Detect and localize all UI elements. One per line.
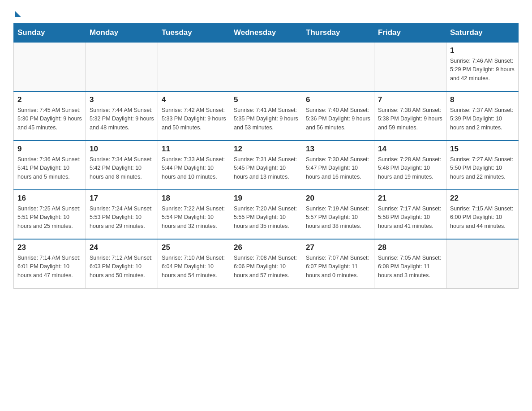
calendar-cell: 5Sunrise: 7:41 AM Sunset: 5:35 PM Daylig… — [230, 91, 302, 141]
day-info: Sunrise: 7:36 AM Sunset: 5:41 PM Dayligh… — [17, 155, 82, 181]
day-info: Sunrise: 7:12 AM Sunset: 6:03 PM Dayligh… — [90, 254, 154, 280]
day-number: 17 — [90, 194, 154, 203]
calendar-cell: 25Sunrise: 7:10 AM Sunset: 6:04 PM Dayli… — [158, 239, 230, 288]
day-number: 5 — [234, 95, 298, 104]
calendar-week-row: 16Sunrise: 7:25 AM Sunset: 5:51 PM Dayli… — [14, 190, 519, 239]
day-info: Sunrise: 7:07 AM Sunset: 6:07 PM Dayligh… — [306, 254, 370, 280]
day-number: 6 — [306, 95, 370, 104]
calendar-week-row: 9Sunrise: 7:36 AM Sunset: 5:41 PM Daylig… — [14, 141, 519, 190]
day-info: Sunrise: 7:08 AM Sunset: 6:06 PM Dayligh… — [234, 254, 298, 280]
day-number: 7 — [378, 95, 442, 104]
day-number: 23 — [17, 243, 82, 252]
calendar-cell: 15Sunrise: 7:27 AM Sunset: 5:50 PM Dayli… — [446, 141, 519, 190]
calendar-cell — [14, 42, 86, 91]
day-info: Sunrise: 7:15 AM Sunset: 6:00 PM Dayligh… — [450, 205, 515, 231]
weekday-header-sunday: Sunday — [14, 24, 86, 43]
calendar-cell: 6Sunrise: 7:40 AM Sunset: 5:36 PM Daylig… — [302, 91, 374, 141]
day-number: 27 — [306, 243, 370, 252]
calendar-week-row: 1Sunrise: 7:46 AM Sunset: 5:29 PM Daylig… — [14, 42, 519, 91]
weekday-header-wednesday: Wednesday — [230, 24, 302, 43]
calendar-cell — [86, 42, 158, 91]
calendar-cell: 7Sunrise: 7:38 AM Sunset: 5:38 PM Daylig… — [374, 91, 446, 141]
calendar-week-row: 2Sunrise: 7:45 AM Sunset: 5:30 PM Daylig… — [14, 91, 519, 141]
calendar-cell: 4Sunrise: 7:42 AM Sunset: 5:33 PM Daylig… — [158, 91, 230, 141]
day-info: Sunrise: 7:41 AM Sunset: 5:35 PM Dayligh… — [234, 106, 298, 132]
calendar-cell: 13Sunrise: 7:30 AM Sunset: 5:47 PM Dayli… — [302, 141, 374, 190]
calendar-cell: 12Sunrise: 7:31 AM Sunset: 5:45 PM Dayli… — [230, 141, 302, 190]
day-info: Sunrise: 7:44 AM Sunset: 5:32 PM Dayligh… — [90, 106, 154, 132]
logo-arrow-icon — [15, 11, 21, 17]
day-info: Sunrise: 7:10 AM Sunset: 6:04 PM Dayligh… — [162, 254, 226, 280]
weekday-header-row: SundayMondayTuesdayWednesdayThursdayFrid… — [14, 24, 519, 43]
calendar-cell: 10Sunrise: 7:34 AM Sunset: 5:42 PM Dayli… — [86, 141, 158, 190]
day-info: Sunrise: 7:28 AM Sunset: 5:48 PM Dayligh… — [378, 155, 442, 181]
calendar-week-row: 23Sunrise: 7:14 AM Sunset: 6:01 PM Dayli… — [14, 239, 519, 288]
day-info: Sunrise: 7:37 AM Sunset: 5:39 PM Dayligh… — [450, 106, 515, 132]
calendar-cell: 3Sunrise: 7:44 AM Sunset: 5:32 PM Daylig… — [86, 91, 158, 141]
calendar-cell — [230, 42, 302, 91]
day-number: 22 — [450, 194, 515, 203]
weekday-header-tuesday: Tuesday — [158, 24, 230, 43]
calendar-cell: 8Sunrise: 7:37 AM Sunset: 5:39 PM Daylig… — [446, 91, 519, 141]
day-number: 26 — [234, 243, 298, 252]
calendar-cell: 14Sunrise: 7:28 AM Sunset: 5:48 PM Dayli… — [374, 141, 446, 190]
day-info: Sunrise: 7:05 AM Sunset: 6:08 PM Dayligh… — [378, 254, 442, 280]
day-info: Sunrise: 7:30 AM Sunset: 5:47 PM Dayligh… — [306, 155, 370, 181]
day-info: Sunrise: 7:34 AM Sunset: 5:42 PM Dayligh… — [90, 155, 154, 181]
day-number: 25 — [162, 243, 226, 252]
calendar-cell: 26Sunrise: 7:08 AM Sunset: 6:06 PM Dayli… — [230, 239, 302, 288]
calendar-cell: 22Sunrise: 7:15 AM Sunset: 6:00 PM Dayli… — [446, 190, 519, 239]
calendar-cell: 11Sunrise: 7:33 AM Sunset: 5:44 PM Dayli… — [158, 141, 230, 190]
day-number: 13 — [306, 145, 370, 154]
day-number: 9 — [17, 145, 82, 154]
day-info: Sunrise: 7:38 AM Sunset: 5:38 PM Dayligh… — [378, 106, 442, 132]
day-info: Sunrise: 7:46 AM Sunset: 5:29 PM Dayligh… — [450, 57, 515, 83]
day-info: Sunrise: 7:20 AM Sunset: 5:55 PM Dayligh… — [234, 205, 298, 231]
day-info: Sunrise: 7:27 AM Sunset: 5:50 PM Dayligh… — [450, 155, 515, 181]
day-number: 21 — [378, 194, 442, 203]
calendar-cell — [374, 42, 446, 91]
day-number: 10 — [90, 145, 154, 154]
day-info: Sunrise: 7:31 AM Sunset: 5:45 PM Dayligh… — [234, 155, 298, 181]
calendar-cell: 24Sunrise: 7:12 AM Sunset: 6:03 PM Dayli… — [86, 239, 158, 288]
calendar-cell: 23Sunrise: 7:14 AM Sunset: 6:01 PM Dayli… — [14, 239, 86, 288]
day-number: 24 — [90, 243, 154, 252]
day-number: 20 — [306, 194, 370, 203]
day-info: Sunrise: 7:33 AM Sunset: 5:44 PM Dayligh… — [162, 155, 226, 181]
calendar-cell: 1Sunrise: 7:46 AM Sunset: 5:29 PM Daylig… — [446, 42, 519, 91]
calendar-cell: 19Sunrise: 7:20 AM Sunset: 5:55 PM Dayli… — [230, 190, 302, 239]
calendar-cell: 9Sunrise: 7:36 AM Sunset: 5:41 PM Daylig… — [14, 141, 86, 190]
day-info: Sunrise: 7:19 AM Sunset: 5:57 PM Dayligh… — [306, 205, 370, 231]
day-info: Sunrise: 7:14 AM Sunset: 6:01 PM Dayligh… — [17, 254, 82, 280]
calendar-cell — [158, 42, 230, 91]
weekday-header-friday: Friday — [374, 24, 446, 43]
day-number: 3 — [90, 95, 154, 104]
day-number: 14 — [378, 145, 442, 154]
day-info: Sunrise: 7:24 AM Sunset: 5:53 PM Dayligh… — [90, 205, 154, 231]
day-number: 1 — [450, 46, 515, 55]
day-number: 19 — [234, 194, 298, 203]
day-number: 8 — [450, 95, 515, 104]
calendar-cell: 16Sunrise: 7:25 AM Sunset: 5:51 PM Dayli… — [14, 190, 86, 239]
day-info: Sunrise: 7:25 AM Sunset: 5:51 PM Dayligh… — [17, 205, 82, 231]
calendar-cell: 28Sunrise: 7:05 AM Sunset: 6:08 PM Dayli… — [374, 239, 446, 288]
day-number: 28 — [378, 243, 442, 252]
day-number: 15 — [450, 145, 515, 154]
day-number: 16 — [17, 194, 82, 203]
calendar-cell — [446, 239, 519, 288]
calendar-cell — [302, 42, 374, 91]
calendar-cell: 20Sunrise: 7:19 AM Sunset: 5:57 PM Dayli… — [302, 190, 374, 239]
page-header — [13, 9, 519, 15]
calendar-cell: 2Sunrise: 7:45 AM Sunset: 5:30 PM Daylig… — [14, 91, 86, 141]
calendar-cell: 27Sunrise: 7:07 AM Sunset: 6:07 PM Dayli… — [302, 239, 374, 288]
day-number: 18 — [162, 194, 226, 203]
day-info: Sunrise: 7:22 AM Sunset: 5:54 PM Dayligh… — [162, 205, 226, 231]
day-info: Sunrise: 7:42 AM Sunset: 5:33 PM Dayligh… — [162, 106, 226, 132]
calendar-table: SundayMondayTuesdayWednesdayThursdayFrid… — [13, 23, 519, 289]
calendar-cell: 17Sunrise: 7:24 AM Sunset: 5:53 PM Dayli… — [86, 190, 158, 239]
calendar-cell: 21Sunrise: 7:17 AM Sunset: 5:58 PM Dayli… — [374, 190, 446, 239]
logo — [13, 9, 21, 15]
day-number: 11 — [162, 145, 226, 154]
day-info: Sunrise: 7:40 AM Sunset: 5:36 PM Dayligh… — [306, 106, 370, 132]
calendar-cell: 18Sunrise: 7:22 AM Sunset: 5:54 PM Dayli… — [158, 190, 230, 239]
